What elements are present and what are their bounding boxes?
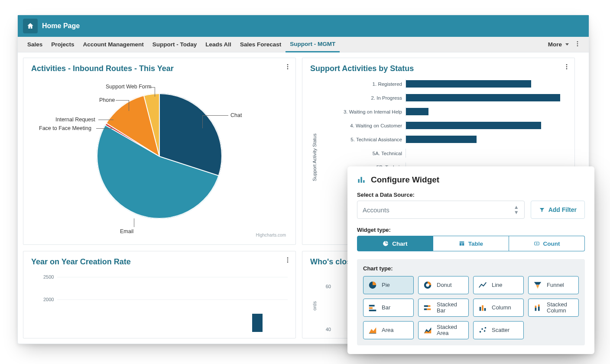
tabs-more-button[interactable]: More xyxy=(545,41,571,48)
chart-type-pie[interactable]: Pie xyxy=(363,276,414,294)
hbar-fill[interactable] xyxy=(406,80,531,88)
seg-label: Table xyxy=(468,240,483,247)
svg-rect-14 xyxy=(363,180,364,183)
tab-projects[interactable]: Projects xyxy=(47,37,78,52)
add-filter-label: Add Filter xyxy=(548,206,577,213)
tab-support-mgmt[interactable]: Support - MGMT xyxy=(286,37,340,52)
table-icon xyxy=(459,240,465,247)
stacked-column-icon xyxy=(533,303,542,312)
chart-type-panel: Chart type: PieDonutLineFunnelBarStacked… xyxy=(357,259,585,345)
svg-rect-30 xyxy=(535,308,537,311)
hbar-category: 4. Waiting on Customer xyxy=(319,123,406,128)
chart-type-label: Line xyxy=(492,282,503,288)
tab-leads-all[interactable]: Leads All xyxy=(201,37,236,52)
y-axis: 60 40 xyxy=(310,284,334,332)
configure-widget-popover: Configure Widget Select a Data Source: A… xyxy=(347,166,594,354)
svg-point-2 xyxy=(577,45,578,46)
chart-type-line[interactable]: Line xyxy=(473,276,524,294)
hbar-fill[interactable] xyxy=(406,122,541,129)
select-chevron-icon: ▲▼ xyxy=(514,205,519,215)
hbar-fill[interactable] xyxy=(406,136,477,143)
chart-type-donut[interactable]: Donut xyxy=(418,276,469,294)
svg-point-0 xyxy=(577,41,578,42)
pie-plot[interactable] xyxy=(97,93,222,219)
card-menu-button[interactable] xyxy=(284,257,291,265)
chart-type-area[interactable]: Area xyxy=(363,321,414,339)
hbar-row: 5. Technical Assistance xyxy=(319,135,567,144)
widget-type-table[interactable]: Table xyxy=(433,236,509,251)
tab-support-today[interactable]: Support - Today xyxy=(148,37,201,52)
svg-point-19 xyxy=(426,283,429,286)
pie-label-email: Email xyxy=(120,228,133,234)
svg-rect-27 xyxy=(480,307,481,311)
svg-point-1 xyxy=(577,43,578,45)
hbar-track xyxy=(406,149,567,158)
hbar-category: 5A. Technical xyxy=(319,151,406,156)
kebab-icon xyxy=(284,63,291,70)
chart-type-bar[interactable]: Bar xyxy=(363,299,414,317)
svg-rect-23 xyxy=(424,306,428,307)
funnel-icon xyxy=(533,280,542,290)
tab-account-management[interactable]: Account Management xyxy=(79,37,148,52)
hbar-track xyxy=(406,93,567,102)
svg-point-8 xyxy=(566,68,568,69)
brand-bar: Home Page xyxy=(18,15,589,37)
add-filter-button[interactable]: Add Filter xyxy=(531,201,585,219)
seg-label: Count xyxy=(543,240,560,247)
svg-rect-28 xyxy=(482,306,483,311)
y-axis: 2500 2000 xyxy=(31,266,288,302)
card-menu-button[interactable] xyxy=(563,63,570,72)
svg-rect-31 xyxy=(535,306,537,308)
stacked-bar-icon xyxy=(423,303,432,312)
hbar-track xyxy=(406,79,567,88)
kebab-icon xyxy=(284,257,291,263)
card-title: Year on Year Creation Rate xyxy=(31,257,288,266)
chart-type-scatter[interactable]: Scatter xyxy=(473,321,524,339)
chart-type-stacked-column[interactable]: StackedColumn xyxy=(528,299,579,317)
popover-header: Configure Widget xyxy=(357,175,585,185)
svg-rect-26 xyxy=(427,309,431,310)
tab-sales[interactable]: Sales xyxy=(23,37,47,52)
area-icon xyxy=(368,325,377,335)
svg-point-7 xyxy=(566,66,568,68)
home-button[interactable] xyxy=(23,19,38,33)
kebab-icon xyxy=(563,63,570,70)
svg-rect-21 xyxy=(369,307,373,309)
line-icon xyxy=(478,280,487,290)
chart-type-column[interactable]: Column xyxy=(473,299,524,317)
hbar-row: 3. Waiting on Internal Help xyxy=(319,107,567,116)
svg-rect-22 xyxy=(369,310,376,312)
svg-rect-20 xyxy=(369,305,375,307)
column-icon xyxy=(478,303,487,312)
widget-type-chart[interactable]: Chart xyxy=(357,236,433,251)
chart-type-stacked-area[interactable]: StackedArea xyxy=(418,321,469,339)
tab-sales-forecast[interactable]: Sales Forecast xyxy=(236,37,286,52)
bar-chart-icon xyxy=(357,176,366,184)
hbar-fill[interactable] xyxy=(406,94,560,101)
card-menu-button[interactable] xyxy=(284,63,291,72)
column-bar[interactable] xyxy=(252,314,263,332)
svg-rect-12 xyxy=(358,179,360,182)
hbar-track xyxy=(406,107,567,116)
widget-type-label: Widget type: xyxy=(357,227,585,233)
widget-type-count[interactable]: 9 Count xyxy=(509,236,585,251)
svg-point-11 xyxy=(287,261,289,263)
ytick: 2000 xyxy=(43,297,54,302)
hbar-fill[interactable] xyxy=(406,108,428,115)
data-source-select[interactable]: Accounts ▲▼ xyxy=(357,201,525,219)
tabs-kebab-button[interactable] xyxy=(571,40,584,49)
bar-icon xyxy=(368,303,377,312)
hbar-category: 5. Technical Assistance xyxy=(319,137,406,142)
chart-type-stacked-bar[interactable]: StackedBar xyxy=(418,299,469,317)
svg-rect-29 xyxy=(484,308,486,311)
svg-rect-13 xyxy=(360,177,362,182)
pie-label-webform: Support Web Form xyxy=(106,84,151,90)
card-title: Support Activities by Status xyxy=(310,64,567,73)
card-yoy: Year on Year Creation Rate 2500 2000 xyxy=(23,251,296,338)
pie-label-f2f: Face to Face Meeting xyxy=(39,125,91,131)
hbar-track xyxy=(406,121,567,130)
seg-label: Chart xyxy=(392,240,407,247)
hbar-category: 2. In Progress xyxy=(319,95,406,101)
chart-type-funnel[interactable]: Funnel xyxy=(528,276,579,294)
pie-label-chat: Chat xyxy=(230,112,242,118)
